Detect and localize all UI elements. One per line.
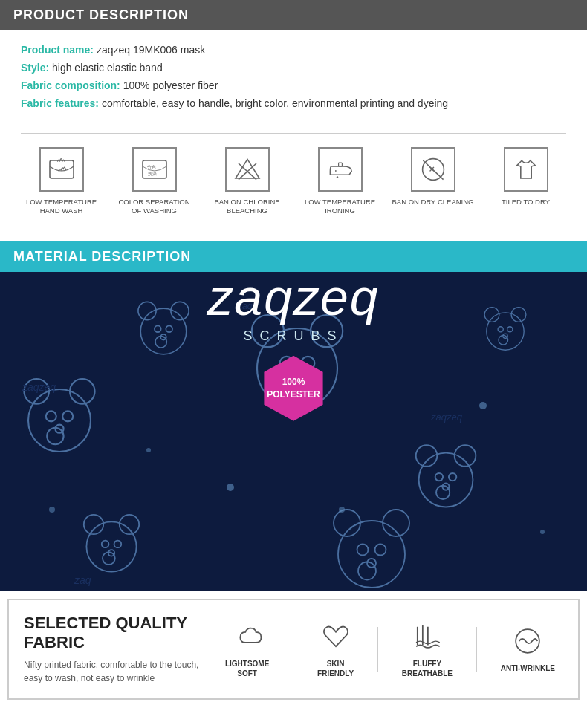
heart-icon	[320, 620, 352, 653]
care-icon-box-tiled-dry	[504, 147, 548, 192]
fabric-comp-row: Fabric composition: 100% polyester fiber	[21, 79, 566, 91]
quality-description: Nifty printed fabric, comfortable to the…	[24, 658, 217, 685]
product-name-row: Product name: zaqzeq 19MK006 mask	[21, 44, 566, 56]
care-icon-label-no-dry-clean: BAN ON DRY CLEANING	[392, 198, 474, 207]
fabric-feat-row: Fabric features: comfortable, easy to ha…	[21, 97, 566, 109]
product-name-label: Product name:	[21, 44, 94, 56]
quality-divider-3	[476, 627, 477, 672]
svg-point-72	[49, 507, 55, 513]
quality-label-skin: SKINFRIENDLY	[317, 659, 354, 678]
care-icon-box-no-bleach	[225, 147, 270, 192]
svg-point-71	[540, 530, 545, 534]
care-icon-label-low-iron: LOW TEMPERATURE IRONING	[299, 198, 381, 216]
badge-line1: 100%	[282, 376, 305, 389]
care-icon-label-tiled-dry: TILED TO DRY	[502, 198, 550, 207]
svg-text:zaq: zaq	[74, 574, 91, 586]
material-image-area: zaqzeq zaqz zaqzeq zaq zaqzeq SCRUBS 100…	[0, 272, 587, 591]
quality-divider-1	[293, 627, 294, 672]
svg-point-67	[227, 484, 234, 491]
quality-feature-fluffy: FLUFFYBREATHABLE	[402, 620, 453, 678]
quality-section: SELECTED QUALITY FABRIC Nifty printed fa…	[7, 599, 580, 700]
quality-feature-antiwrinkle: ANTI-WRINKLE	[501, 625, 555, 673]
quality-label-lightsome: LIGHTSOMESOFT	[225, 659, 269, 678]
no-dry-clean-icon: ×	[418, 155, 448, 184]
brand-sub-text: SCRUBS	[0, 328, 587, 344]
quality-feature-skin: SKINFRIENDLY	[317, 620, 354, 678]
quality-label-antiwrinkle: ANTI-WRINKLE	[501, 663, 555, 673]
care-icon-box-hand-wash	[39, 147, 84, 192]
material-description-header: MATERIAL DESCRIPTION	[0, 241, 587, 272]
product-description-title: PRODUCT DESCRIPTION	[13, 7, 189, 22]
care-icon-color-sep: 分色 洗涤 COLOR SEPARATION OF WASHING	[114, 147, 195, 216]
svg-point-69	[146, 448, 151, 452]
fabric-feat-value: comfortable, easy to handle, bright colo…	[102, 97, 448, 109]
badge-line2: POLYESTER	[267, 389, 320, 401]
fabric-comp-value: 100% polyester fiber	[123, 79, 218, 91]
svg-point-8	[336, 176, 337, 178]
care-icon-tiled-dry: TILED TO DRY	[485, 147, 567, 207]
tiled-dry-icon	[511, 155, 541, 184]
care-icons-row: LOW TEMPERATURE HAND WASH 分色 洗涤 COLOR SE…	[0, 147, 587, 234]
care-icon-no-dry-clean: × BAN ON DRY CLEANING	[392, 147, 474, 207]
care-icon-label-no-bleach: BAN ON CHLORINE BLEACHING	[207, 198, 288, 216]
brand-name-text: zaqzeq	[0, 272, 587, 322]
care-icon-low-iron: • LOW TEMPERATURE IRONING	[299, 147, 381, 216]
product-name-value: zaqzeq 19MK006 mask	[97, 44, 205, 56]
svg-point-68	[339, 507, 345, 513]
quality-title: SELECTED QUALITY FABRIC	[24, 614, 217, 652]
quality-divider-2	[377, 627, 378, 672]
brand-overlay: zaqzeq SCRUBS 100% POLYESTER	[0, 272, 587, 421]
svg-marker-4	[236, 159, 259, 178]
low-iron-icon: •	[325, 155, 355, 184]
style-row: Style: high elastic elastic band	[21, 62, 566, 74]
care-icon-box-low-iron: •	[318, 147, 363, 192]
svg-text:•: •	[334, 168, 336, 173]
quality-left: SELECTED QUALITY FABRIC Nifty printed fa…	[24, 614, 217, 685]
quality-label-fluffy: FLUFFYBREATHABLE	[402, 659, 453, 678]
polyester-badge: 100% POLYESTER	[261, 356, 326, 421]
care-icon-label-hand-wash: LOW TEMPERATURE HAND WASH	[21, 198, 103, 216]
style-label: Style:	[21, 62, 49, 74]
care-icon-label-color-sep: COLOR SEPARATION OF WASHING	[114, 198, 195, 216]
quality-features: LIGHTSOMESOFT SKINFRIENDLY FLUFFYBREATHA…	[217, 620, 563, 678]
care-icon-box-no-dry-clean: ×	[411, 147, 455, 192]
svg-text:分色: 分色	[146, 165, 155, 169]
brand-name: zaqzeq SCRUBS 100% POLYESTER	[0, 272, 587, 421]
material-description-title: MATERIAL DESCRIPTION	[13, 249, 191, 264]
quality-feature-lightsome: LIGHTSOMESOFT	[225, 620, 269, 678]
hand-wash-icon	[47, 155, 77, 184]
care-icon-hand-wash: LOW TEMPERATURE HAND WASH	[21, 147, 103, 216]
antiwrinkle-icon	[511, 625, 544, 657]
no-bleach-icon	[233, 155, 262, 184]
cloud-icon	[231, 620, 264, 653]
product-description-header: PRODUCT DESCRIPTION	[0, 0, 587, 30]
fabric-feat-label: Fabric features:	[21, 97, 99, 109]
section-divider	[21, 133, 566, 134]
waves-icon	[411, 620, 444, 653]
style-value: high elastic elastic band	[52, 62, 163, 74]
svg-text:洗涤: 洗涤	[148, 172, 157, 176]
care-icon-box-color-sep: 分色 洗涤	[132, 147, 177, 192]
fabric-comp-label: Fabric composition:	[21, 79, 120, 91]
product-info: Product name: zaqzeq 19MK006 mask Style:…	[0, 30, 587, 123]
care-icon-no-bleach: BAN ON CHLORINE BLEACHING	[207, 147, 288, 216]
color-separation-icon: 分色 洗涤	[140, 155, 169, 184]
